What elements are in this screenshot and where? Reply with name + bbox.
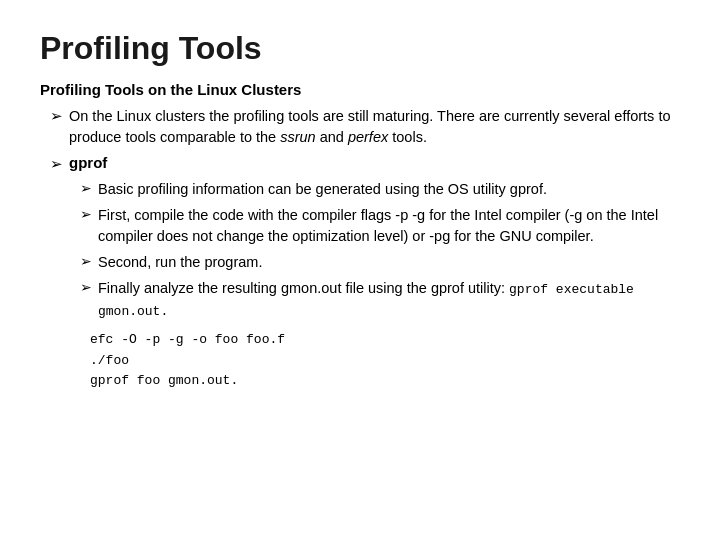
- code-line-1: efc -O -p -g -o foo foo.f: [90, 330, 680, 351]
- bullet-icon-2: ➢: [50, 155, 63, 173]
- sub-bullet-icon-3: ➢: [80, 253, 92, 270]
- code-line-2: ./foo: [90, 351, 680, 372]
- italic-perfex: perfex: [348, 129, 388, 145]
- bullet-gprof: ➢ gprof: [40, 154, 680, 173]
- sub-bullet-icon-4: ➢: [80, 279, 92, 296]
- inline-code-gprof: gprof executable gmon.out.: [98, 282, 634, 319]
- sub-bullet-text-4: Finally analyze the resulting gmon.out f…: [98, 278, 680, 322]
- sub-bullet-icon-2: ➢: [80, 206, 92, 223]
- gprof-label: gprof: [69, 154, 107, 171]
- page-title: Profiling Tools: [40, 30, 680, 67]
- bullet-on-linux: ➢ On the Linux clusters the profiling to…: [40, 106, 680, 148]
- sub-bullet-text-3: Second, run the program.: [98, 252, 262, 273]
- code-block: efc -O -p -g -o foo foo.f ./foo gprof fo…: [90, 330, 680, 392]
- subtitle: Profiling Tools on the Linux Clusters: [40, 81, 680, 98]
- sub-bullet-first: ➢ First, compile the code with the compi…: [40, 205, 680, 247]
- sub-bullet-second: ➢ Second, run the program.: [40, 252, 680, 273]
- sub-bullet-text-2: First, compile the code with the compile…: [98, 205, 680, 247]
- sub-bullet-icon-1: ➢: [80, 180, 92, 197]
- sub-bullet-finally: ➢ Finally analyze the resulting gmon.out…: [40, 278, 680, 322]
- bullet-icon-1: ➢: [50, 107, 63, 125]
- italic-ssrun: ssrun: [280, 129, 315, 145]
- code-line-3: gprof foo gmon.out.: [90, 371, 680, 392]
- bullet-text-1: On the Linux clusters the profiling tool…: [69, 106, 680, 148]
- sub-bullet-basic: ➢ Basic profiling information can be gen…: [40, 179, 680, 200]
- sub-bullet-text-1: Basic profiling information can be gener…: [98, 179, 547, 200]
